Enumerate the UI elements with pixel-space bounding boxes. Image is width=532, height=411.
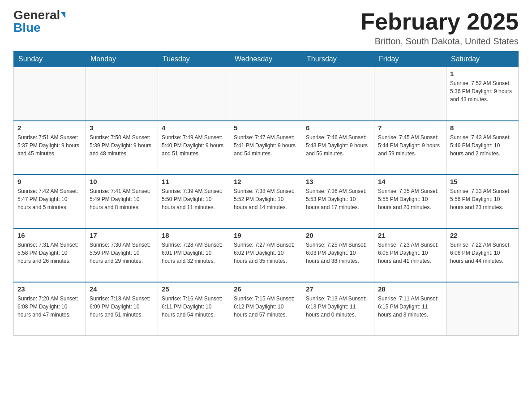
day-info: Sunrise: 7:38 AM Sunset: 5:52 PM Dayligh… [234,187,298,211]
logo-blue-text: Blue [13,21,41,34]
day-info: Sunrise: 7:13 AM Sunset: 6:13 PM Dayligh… [306,295,370,319]
day-number: 16 [17,231,82,239]
day-number: 9 [17,178,82,185]
day-number: 5 [234,124,298,132]
calendar-day-cell: 2Sunrise: 7:51 AM Sunset: 5:37 PM Daylig… [14,121,86,175]
calendar-day-cell: 21Sunrise: 7:23 AM Sunset: 6:05 PM Dayli… [374,228,446,282]
calendar-day-cell: 4Sunrise: 7:49 AM Sunset: 5:40 PM Daylig… [158,121,230,175]
day-info: Sunrise: 7:31 AM Sunset: 5:58 PM Dayligh… [17,241,82,265]
day-info: Sunrise: 7:52 AM Sunset: 5:36 PM Dayligh… [450,79,515,103]
calendar-day-cell: 18Sunrise: 7:28 AM Sunset: 6:01 PM Dayli… [158,228,230,282]
calendar-day-cell: 15Sunrise: 7:33 AM Sunset: 5:56 PM Dayli… [446,175,519,228]
day-info: Sunrise: 7:45 AM Sunset: 5:44 PM Dayligh… [378,133,442,158]
calendar-table: SundayMondayTuesdayWednesdayThursdayFrid… [13,51,519,336]
calendar-day-cell: 1Sunrise: 7:52 AM Sunset: 5:36 PM Daylig… [446,67,519,121]
month-title: February 2025 [360,9,519,34]
calendar-day-cell [14,67,86,121]
day-info: Sunrise: 7:43 AM Sunset: 5:46 PM Dayligh… [450,133,515,158]
day-number: 6 [306,124,370,132]
day-number: 17 [90,231,154,239]
calendar-day-cell [86,67,158,121]
calendar-day-cell: 12Sunrise: 7:38 AM Sunset: 5:52 PM Dayli… [230,175,302,228]
calendar-day-cell: 3Sunrise: 7:50 AM Sunset: 5:39 PM Daylig… [86,121,158,175]
calendar-day-cell: 27Sunrise: 7:13 AM Sunset: 6:13 PM Dayli… [302,282,374,336]
calendar-day-cell: 16Sunrise: 7:31 AM Sunset: 5:58 PM Dayli… [14,228,86,282]
day-number: 11 [162,178,226,185]
calendar-day-cell: 20Sunrise: 7:25 AM Sunset: 6:03 PM Dayli… [302,228,374,282]
day-number: 20 [306,231,370,239]
day-number: 4 [162,124,226,132]
day-of-week-header: Sunday [14,51,86,67]
calendar-week-row: 23Sunrise: 7:20 AM Sunset: 6:08 PM Dayli… [14,282,519,336]
day-number: 21 [378,231,442,239]
calendar-day-cell: 5Sunrise: 7:47 AM Sunset: 5:41 PM Daylig… [230,121,302,175]
calendar-day-cell: 22Sunrise: 7:22 AM Sunset: 6:06 PM Dayli… [446,228,519,282]
day-number: 28 [378,285,442,293]
calendar-day-cell: 25Sunrise: 7:16 AM Sunset: 6:11 PM Dayli… [158,282,230,336]
day-number: 14 [378,178,442,185]
calendar-day-cell: 11Sunrise: 7:39 AM Sunset: 5:50 PM Dayli… [158,175,230,228]
calendar-day-cell [446,282,519,336]
calendar-day-cell: 23Sunrise: 7:20 AM Sunset: 6:08 PM Dayli… [14,282,86,336]
day-number: 26 [234,285,298,293]
calendar-day-cell: 7Sunrise: 7:45 AM Sunset: 5:44 PM Daylig… [374,121,446,175]
day-number: 7 [378,124,442,132]
day-info: Sunrise: 7:35 AM Sunset: 5:55 PM Dayligh… [378,187,442,211]
day-info: Sunrise: 7:41 AM Sunset: 5:49 PM Dayligh… [90,187,154,211]
day-of-week-header: Friday [374,51,446,67]
day-number: 23 [17,285,82,293]
day-number: 22 [450,231,515,239]
day-info: Sunrise: 7:39 AM Sunset: 5:50 PM Dayligh… [162,187,226,211]
day-number: 10 [90,178,154,185]
calendar-day-cell: 13Sunrise: 7:36 AM Sunset: 5:53 PM Dayli… [302,175,374,228]
logo-general-text: General [13,9,60,21]
day-info: Sunrise: 7:18 AM Sunset: 6:09 PM Dayligh… [90,295,154,319]
calendar-day-cell: 19Sunrise: 7:27 AM Sunset: 6:02 PM Dayli… [230,228,302,282]
day-of-week-header: Thursday [302,51,374,67]
calendar-day-cell: 26Sunrise: 7:15 AM Sunset: 6:12 PM Dayli… [230,282,302,336]
day-number: 1 [450,70,515,77]
day-of-week-header: Monday [86,51,158,67]
calendar-day-cell [302,67,374,121]
calendar-day-cell: 8Sunrise: 7:43 AM Sunset: 5:46 PM Daylig… [446,121,519,175]
day-of-week-header: Saturday [446,51,519,67]
calendar-week-row: 9Sunrise: 7:42 AM Sunset: 5:47 PM Daylig… [14,175,519,228]
calendar-day-cell: 24Sunrise: 7:18 AM Sunset: 6:09 PM Dayli… [86,282,158,336]
title-section: February 2025 Britton, South Dakota, Uni… [360,9,519,47]
day-number: 19 [234,231,298,239]
day-info: Sunrise: 7:20 AM Sunset: 6:08 PM Dayligh… [17,295,82,319]
day-number: 8 [450,124,515,132]
day-info: Sunrise: 7:28 AM Sunset: 6:01 PM Dayligh… [162,241,226,265]
day-number: 18 [162,231,226,239]
calendar-header-row: SundayMondayTuesdayWednesdayThursdayFrid… [14,51,519,67]
calendar-day-cell: 14Sunrise: 7:35 AM Sunset: 5:55 PM Dayli… [374,175,446,228]
day-info: Sunrise: 7:49 AM Sunset: 5:40 PM Dayligh… [162,133,226,158]
day-info: Sunrise: 7:27 AM Sunset: 6:02 PM Dayligh… [234,241,298,265]
day-info: Sunrise: 7:11 AM Sunset: 6:15 PM Dayligh… [378,295,442,319]
location-text: Britton, South Dakota, United States [360,36,519,47]
calendar-week-row: 16Sunrise: 7:31 AM Sunset: 5:58 PM Dayli… [14,228,519,282]
day-number: 13 [306,178,370,185]
day-number: 27 [306,285,370,293]
calendar-day-cell [374,67,446,121]
day-info: Sunrise: 7:25 AM Sunset: 6:03 PM Dayligh… [306,241,370,265]
page-header: General Blue February 2025 Britton, Sout… [13,9,519,47]
day-info: Sunrise: 7:23 AM Sunset: 6:05 PM Dayligh… [378,241,442,265]
calendar-day-cell: 17Sunrise: 7:30 AM Sunset: 5:59 PM Dayli… [86,228,158,282]
day-info: Sunrise: 7:50 AM Sunset: 5:39 PM Dayligh… [90,133,154,158]
logo-arrow-icon [61,12,65,18]
calendar-day-cell: 6Sunrise: 7:46 AM Sunset: 5:43 PM Daylig… [302,121,374,175]
day-number: 25 [162,285,226,293]
calendar-week-row: 2Sunrise: 7:51 AM Sunset: 5:37 PM Daylig… [14,121,519,175]
calendar-week-row: 1Sunrise: 7:52 AM Sunset: 5:36 PM Daylig… [14,67,519,121]
day-info: Sunrise: 7:16 AM Sunset: 6:11 PM Dayligh… [162,295,226,319]
day-number: 2 [17,124,82,132]
day-info: Sunrise: 7:33 AM Sunset: 5:56 PM Dayligh… [450,187,515,211]
day-info: Sunrise: 7:36 AM Sunset: 5:53 PM Dayligh… [306,187,370,211]
day-info: Sunrise: 7:15 AM Sunset: 6:12 PM Dayligh… [234,295,298,319]
logo: General Blue [13,9,65,34]
calendar-day-cell [158,67,230,121]
day-number: 3 [90,124,154,132]
day-info: Sunrise: 7:46 AM Sunset: 5:43 PM Dayligh… [306,133,370,158]
day-info: Sunrise: 7:22 AM Sunset: 6:06 PM Dayligh… [450,241,515,265]
